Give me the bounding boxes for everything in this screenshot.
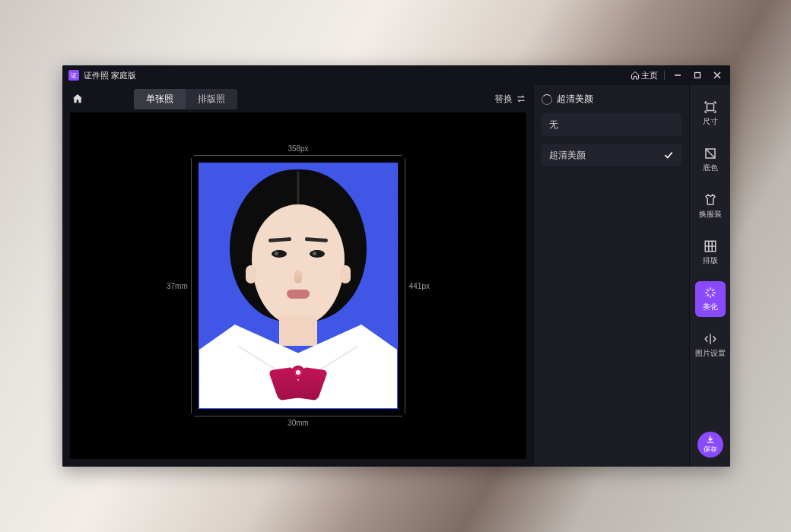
titlebar-controls: 主页 <box>631 68 724 82</box>
rail-label: 排版 <box>703 255 718 266</box>
rail-size[interactable]: 尺寸 <box>695 96 726 131</box>
app-logo-icon: 证 <box>68 70 79 81</box>
sparkle-icon <box>704 286 717 299</box>
replace-label: 替换 <box>494 93 513 106</box>
close-icon <box>713 71 721 79</box>
swap-icon <box>516 93 526 104</box>
inspector-section-title: 超清美颜 <box>557 93 593 106</box>
window-body: 单张照 排版照 替换 358px 441px 37mm 30mm <box>62 85 730 467</box>
home-icon <box>631 71 640 80</box>
rail-label: 底色 <box>703 163 718 173</box>
rail-label: 美化 <box>703 302 718 312</box>
close-button[interactable] <box>710 68 724 82</box>
titlebar-home-button[interactable]: 主页 <box>631 70 658 81</box>
tab-single-photo[interactable]: 单张照 <box>134 89 186 109</box>
stage-toolbar: 单张照 排版照 替换 <box>62 85 534 112</box>
option-label: 无 <box>549 119 558 131</box>
sparkle-icon <box>542 94 552 105</box>
canvas[interactable]: 358px 441px 37mm 30mm <box>70 112 526 459</box>
tab-layout-photo[interactable]: 排版照 <box>186 89 237 109</box>
size-icon <box>704 100 717 114</box>
check-icon <box>663 150 674 160</box>
svg-line-6 <box>706 149 715 158</box>
save-button[interactable]: 保存 <box>697 432 723 458</box>
svg-rect-4 <box>707 104 713 111</box>
rail-clothes[interactable]: 换服装 <box>695 188 726 224</box>
mirror-icon <box>704 332 717 346</box>
rail-label: 换服装 <box>699 209 722 220</box>
grid-icon <box>704 239 717 253</box>
home-icon <box>71 93 84 105</box>
ruler-bottom <box>194 416 402 416</box>
beauty-option-hd[interactable]: 超清美颜 <box>542 144 681 166</box>
rail-label: 尺寸 <box>703 116 718 127</box>
ruler-left <box>191 158 192 413</box>
stage-home-button[interactable] <box>70 93 85 105</box>
rail-layout[interactable]: 排版 <box>695 235 726 271</box>
rail-image-settings[interactable]: 图片设置 <box>695 328 726 363</box>
view-tabs: 单张照 排版照 <box>134 89 237 109</box>
app-title: 证件照 家庭版 <box>84 70 136 81</box>
dimension-width-px: 358px <box>199 144 398 153</box>
replace-button[interactable]: 替换 <box>494 93 526 106</box>
inspector-panel: 超清美颜 无 超清美颜 <box>534 85 689 467</box>
minimize-button[interactable] <box>671 68 685 82</box>
tshirt-icon <box>704 193 717 207</box>
titlebar-separator <box>664 71 665 80</box>
svg-rect-1 <box>695 73 700 78</box>
portrait-illustration <box>199 163 397 408</box>
download-icon <box>706 435 715 444</box>
titlebar: 证 证件照 家庭版 主页 <box>62 65 730 85</box>
minimize-icon <box>674 71 681 79</box>
id-photo[interactable] <box>199 163 398 409</box>
dimension-height-px: 441px <box>409 282 430 290</box>
inspector-section-header: 超清美颜 <box>542 93 681 106</box>
stage: 单张照 排版照 替换 358px 441px 37mm 30mm <box>62 85 534 467</box>
tool-rail: 尺寸 底色 换服装 排版 美化 图片设置 <box>689 85 730 467</box>
app-window: 证 证件照 家庭版 主页 <box>62 65 730 467</box>
rail-beautify[interactable]: 美化 <box>695 281 726 317</box>
bgcolor-icon <box>704 147 717 160</box>
maximize-icon <box>694 71 701 79</box>
option-label: 超清美颜 <box>549 149 586 162</box>
maximize-button[interactable] <box>691 68 704 82</box>
dimension-height-mm: 37mm <box>167 282 188 290</box>
ruler-right <box>405 158 405 413</box>
rail-label: 图片设置 <box>695 348 726 359</box>
dimension-width-mm: 30mm <box>199 419 398 427</box>
rail-bgcolor[interactable]: 底色 <box>695 142 726 178</box>
beauty-option-none[interactable]: 无 <box>542 113 681 136</box>
photo-frame: 358px 441px 37mm 30mm <box>199 163 398 409</box>
titlebar-home-label: 主页 <box>641 70 658 81</box>
save-label: 保存 <box>704 445 717 454</box>
ruler-top <box>194 155 402 156</box>
